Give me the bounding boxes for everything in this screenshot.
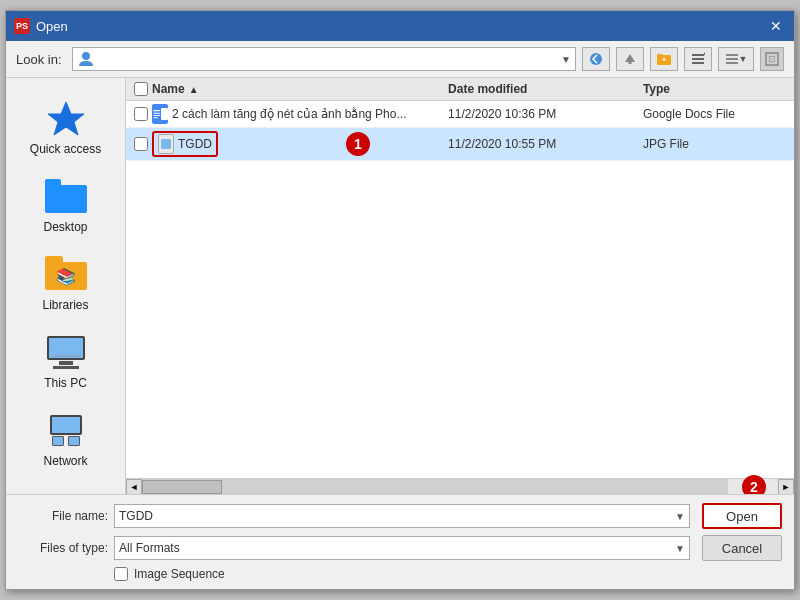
- file-name-label: File name:: [18, 509, 108, 523]
- svg-marker-13: [48, 102, 84, 135]
- files-of-type-value: All Formats: [119, 541, 675, 555]
- quick-access-label: Quick access: [30, 142, 101, 156]
- svg-rect-4: [692, 54, 704, 56]
- scroll-thumb[interactable]: [142, 480, 222, 494]
- svg-rect-5: [692, 58, 704, 60]
- file-name-row: File name: TGDD ▼ Open: [18, 503, 782, 529]
- svg-rect-9: [726, 58, 738, 60]
- file-area: Name ▲ Date modified Type: [126, 78, 794, 494]
- look-in-icon: [77, 50, 95, 68]
- svg-text:⊡: ⊡: [768, 54, 776, 64]
- sidebar-item-network[interactable]: Network: [6, 400, 125, 478]
- libraries-label: Libraries: [42, 298, 88, 312]
- image-sequence-label: Image Sequence: [134, 567, 225, 581]
- file2-date: 11/2/2020 10:55 PM: [440, 137, 635, 151]
- horizontal-scrollbar[interactable]: ◄ 2 ►: [126, 478, 794, 494]
- step2-badge: 2: [742, 475, 766, 495]
- svg-point-1: [590, 53, 602, 65]
- up-button[interactable]: [616, 47, 644, 71]
- file-list[interactable]: 2 cách làm tăng độ nét của ảnh bằng Pho.…: [126, 101, 794, 478]
- col-date-header[interactable]: Date modified: [440, 82, 635, 96]
- col-type-header[interactable]: Type: [635, 82, 794, 96]
- jpg-file-icon: [158, 134, 174, 154]
- gdocs-file-icon: [152, 104, 168, 124]
- main-area: Quick access Desktop 📚: [6, 78, 794, 494]
- file-name-dropdown-arrow[interactable]: ▼: [675, 511, 685, 522]
- this-pc-icon: [42, 332, 90, 372]
- scroll-left-button[interactable]: ◄: [126, 479, 142, 495]
- svg-rect-18: [153, 117, 158, 118]
- table-row[interactable]: TGDD 1 11/2/2020 10:55 PM JPG File: [126, 128, 794, 161]
- svg-rect-6: [692, 62, 704, 64]
- svg-rect-15: [153, 110, 160, 111]
- ps-icon: PS: [14, 18, 30, 34]
- file1-name: 2 cách làm tăng độ nét của ảnh bằng Pho.…: [172, 107, 406, 121]
- file-name-value: TGDD: [119, 509, 675, 523]
- tgdd-highlight-box: TGDD: [152, 131, 218, 157]
- image-sequence-checkbox[interactable]: [114, 567, 128, 581]
- network-label: Network: [43, 454, 87, 468]
- svg-point-0: [82, 52, 90, 60]
- tools-button[interactable]: ▼: [718, 47, 754, 71]
- files-of-type-dropdown-arrow[interactable]: ▼: [675, 543, 685, 554]
- file1-date: 11/2/2020 10:36 PM: [440, 107, 635, 121]
- file1-type: Google Docs File: [635, 107, 794, 121]
- cancel-button-col: Cancel: [702, 535, 782, 561]
- action-buttons: Open: [702, 503, 782, 529]
- extra-button[interactable]: ⊡: [760, 47, 784, 71]
- svg-rect-8: [726, 54, 738, 56]
- svg-text:+: +: [662, 55, 667, 64]
- new-folder-button[interactable]: +: [650, 47, 678, 71]
- files-of-type-row: Files of type: All Formats ▼ Cancel: [18, 535, 782, 561]
- views-button[interactable]: [684, 47, 712, 71]
- open-button[interactable]: Open: [702, 503, 782, 529]
- sidebar: Quick access Desktop 📚: [6, 78, 126, 494]
- svg-rect-10: [726, 62, 738, 64]
- file-name-input[interactable]: TGDD ▼: [114, 504, 690, 528]
- scroll-track[interactable]: [142, 479, 728, 495]
- sidebar-item-libraries[interactable]: 📚 Libraries: [6, 244, 125, 322]
- desktop-label: Desktop: [43, 220, 87, 234]
- file1-checkbox[interactable]: [134, 107, 148, 121]
- back-button[interactable]: [582, 47, 610, 71]
- table-row[interactable]: 2 cách làm tăng độ nét của ảnh bằng Pho.…: [126, 101, 794, 128]
- file2-checkbox[interactable]: [134, 137, 148, 151]
- dialog-title: Open: [36, 19, 766, 34]
- select-all-checkbox[interactable]: [134, 82, 148, 96]
- file2-name: TGDD: [178, 137, 212, 151]
- sidebar-item-quick-access[interactable]: Quick access: [6, 88, 125, 166]
- files-of-type-label: Files of type:: [18, 541, 108, 555]
- open-dialog: PS Open ✕ Look in: ▼: [5, 10, 795, 590]
- this-pc-label: This PC: [44, 376, 87, 390]
- look-in-label: Look in:: [16, 52, 62, 67]
- network-icon: [42, 410, 90, 450]
- sidebar-item-desktop[interactable]: Desktop: [6, 166, 125, 244]
- bottom-area: File name: TGDD ▼ Open Files of type: Al…: [6, 494, 794, 589]
- sidebar-item-this-pc[interactable]: This PC: [6, 322, 125, 400]
- file2-type: JPG File: [635, 137, 794, 151]
- close-button[interactable]: ✕: [766, 16, 786, 36]
- look-in-value: [99, 52, 562, 66]
- file-header: Name ▲ Date modified Type: [126, 78, 794, 101]
- look-in-combo[interactable]: ▼: [72, 47, 576, 71]
- scroll-right-button[interactable]: ►: [778, 479, 794, 495]
- sort-arrow: ▲: [189, 84, 199, 95]
- image-sequence-row: Image Sequence: [18, 567, 782, 581]
- svg-rect-16: [153, 113, 160, 114]
- toolbar: Look in: ▼: [6, 41, 794, 78]
- svg-rect-2: [629, 61, 632, 64]
- title-bar: PS Open ✕: [6, 11, 794, 41]
- libraries-icon: 📚: [42, 254, 90, 294]
- step1-badge: 1: [346, 132, 370, 156]
- svg-rect-17: [153, 115, 160, 116]
- star-icon: [42, 98, 90, 138]
- col-name-header[interactable]: Name ▲: [126, 82, 440, 96]
- cancel-button[interactable]: Cancel: [702, 535, 782, 561]
- desktop-folder-icon: [42, 176, 90, 216]
- files-of-type-input[interactable]: All Formats ▼: [114, 536, 690, 560]
